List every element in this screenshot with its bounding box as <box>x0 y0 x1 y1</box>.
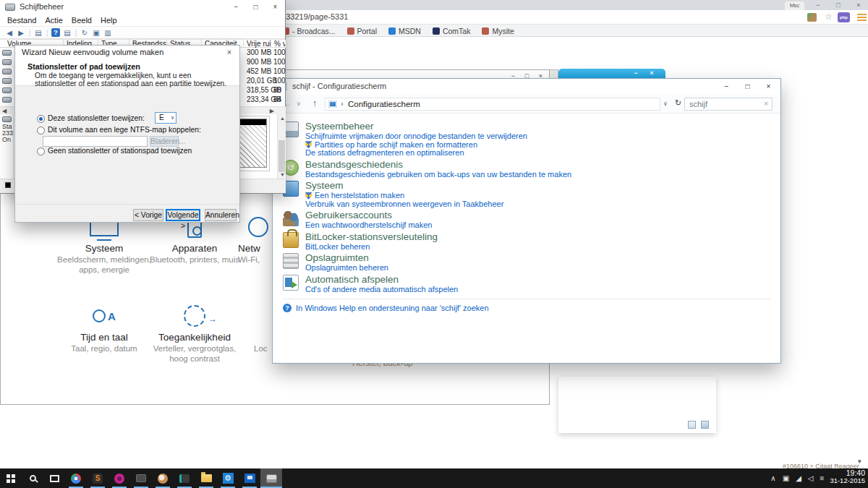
wizard-close-button[interactable]: × <box>219 46 239 59</box>
hidden-icons-chevron[interactable]: ∧ <box>770 474 775 482</box>
cp-result-link[interactable]: BitLocker beheren <box>305 243 770 252</box>
next-button[interactable]: Volgende > <box>166 209 200 221</box>
console-tree-icon[interactable]: ▤ <box>34 29 43 37</box>
browser-maximize-button[interactable]: □ <box>830 1 846 9</box>
grid-view-icon[interactable] <box>701 421 709 429</box>
cp-minimize-button[interactable]: − <box>716 79 737 94</box>
help-icon[interactable]: ? <box>51 28 60 37</box>
start-button[interactable] <box>0 468 22 488</box>
cp-result-link[interactable]: De stations defragmenteren en optimalise… <box>305 149 770 158</box>
scroll-up-icon[interactable]: ▲ <box>280 116 285 121</box>
search-input[interactable]: schijf × <box>684 98 773 111</box>
task-view-button[interactable] <box>43 468 65 488</box>
file-explorer-icon[interactable] <box>195 468 217 488</box>
cp-result-title[interactable]: Automatisch afspelen <box>305 274 770 285</box>
cp-result-link[interactable]: Verbruik van systeembronnen weergeven in… <box>305 200 770 209</box>
cp-result-link[interactable]: Een herstelstation maken <box>305 192 770 200</box>
browser-tab[interactable]: Msc <box>785 1 804 10</box>
details-view-icon[interactable]: ▤ <box>63 29 72 37</box>
disk-view-icon[interactable]: ▥ <box>103 29 112 37</box>
menu-help[interactable]: Help <box>96 16 122 25</box>
scroll-right-icon[interactable]: ▶ <box>270 108 274 114</box>
radio-mount-folder[interactable] <box>37 127 45 134</box>
up-arrow-icon[interactable]: ↑ <box>312 98 317 108</box>
scroll-down-icon[interactable]: ▼ <box>280 172 285 177</box>
cp-result-link[interactable]: Schijfruimte vrijmaken door onnodige bes… <box>305 132 770 141</box>
breadcrumb-text[interactable]: Configuratiescherm <box>348 100 420 108</box>
back-icon[interactable]: ◀ <box>5 29 14 37</box>
forum-caret-icon[interactable]: ▾ <box>858 458 861 465</box>
bookmark-item[interactable]: MSDN <box>388 27 421 35</box>
cp-result-link[interactable]: Cd's of andere media automatisch afspele… <box>305 286 770 294</box>
control-panel-titlebar[interactable]: schijf - Configuratiescherm − □ × <box>273 79 780 95</box>
mount-path-input[interactable] <box>43 136 148 147</box>
cp-result-link[interactable]: Bestandsgeschiedenis gebruiken om back-u… <box>305 171 770 179</box>
address-breadcrumb[interactable]: › Configuratiescherm <box>325 98 660 111</box>
browse-button[interactable]: Bladeren... <box>150 136 179 147</box>
network-icon[interactable]: ◢ <box>796 474 801 482</box>
menu-beeld[interactable]: Beeld <box>67 16 96 25</box>
clear-search-icon[interactable]: × <box>764 100 768 108</box>
back-button[interactable]: < Vorige <box>133 209 163 221</box>
settings-icon[interactable]: ⚙ <box>217 468 239 488</box>
cp-result-title[interactable]: Opslagruimten <box>305 252 770 263</box>
bookmark-item[interactable]: - Broadcas... <box>282 27 336 35</box>
refresh-icon[interactable]: ↻ <box>675 98 681 108</box>
bookmark-item[interactable]: Portal <box>347 27 377 35</box>
dm-minimize-button[interactable]: − <box>226 0 246 14</box>
cp-result-title[interactable]: Bestandsgeschiedenis <box>305 159 770 170</box>
refresh-icon[interactable]: ↻ <box>80 29 89 37</box>
browser-minimize-button[interactable]: − <box>810 1 826 9</box>
disk-management-titlebar[interactable]: Schijfbeheer − □ × <box>0 0 285 14</box>
radio-assign-letter[interactable] <box>37 115 45 123</box>
column-percent-vrij[interactable]: % v <box>271 40 286 48</box>
list-view-icon[interactable] <box>688 421 696 429</box>
scrollbar-thumb[interactable] <box>278 140 285 172</box>
legacy-minimize-button[interactable]: − <box>631 69 641 77</box>
menu-bestand[interactable]: Bestand <box>3 16 41 25</box>
chrome-icon[interactable] <box>65 468 87 488</box>
help-search-link[interactable]: ? In Windows Help en ondersteuning naar … <box>283 304 770 312</box>
radio-no-letter-label[interactable]: Geen stationsletter of stationspad toewi… <box>48 147 192 155</box>
cp-result-title[interactable]: Systeembeheer <box>305 121 770 132</box>
cp-result-link[interactable]: Een wachtwoordherstelschijf maken <box>305 221 770 230</box>
radio-mount-folder-label[interactable]: Dit volume aan een lege NTFS-map koppele… <box>48 126 201 134</box>
cp-close-button[interactable]: × <box>758 79 779 94</box>
browser-close-button[interactable]: × <box>851 1 867 9</box>
vertical-scrollbar[interactable]: ▲ ▼ <box>277 114 286 179</box>
forward-icon[interactable]: ▶ <box>17 29 25 37</box>
help-link-text[interactable]: In Windows Help en ondersteuning naar 's… <box>296 304 489 312</box>
properties-icon[interactable]: ▣ <box>92 29 101 37</box>
action-center-icon[interactable]: ≡ <box>820 474 825 482</box>
cp-result-title[interactable]: Gebruikersaccounts <box>305 210 770 221</box>
dm-maximize-button[interactable]: □ <box>246 0 265 14</box>
bookmark-item[interactable]: Mysite <box>482 27 514 35</box>
movies-app-icon[interactable] <box>239 468 260 488</box>
bookmark-star-icon[interactable]: ☆ <box>825 12 833 22</box>
cp-maximize-button[interactable]: □ <box>737 79 758 94</box>
drive-letter-select[interactable]: E ∨ <box>155 112 176 124</box>
paint-app-icon[interactable] <box>152 468 174 488</box>
camera-app-icon[interactable] <box>130 468 152 488</box>
address-dropdown-icon[interactable]: ∨ <box>663 100 668 107</box>
disk-management-icon[interactable] <box>260 468 282 488</box>
settings-tile[interactable]: Tijd en taalTaal, regio, datum <box>57 301 151 354</box>
wallet-app-icon[interactable] <box>174 468 195 488</box>
cancel-button[interactable]: Annuleren <box>205 209 237 221</box>
volume-block[interactable] <box>239 119 267 168</box>
url-text[interactable]: .233219/page-5331 <box>279 12 348 21</box>
tray-app-icon[interactable]: ▣ <box>783 474 789 482</box>
media-app-icon[interactable] <box>109 468 130 488</box>
taskbar-clock[interactable]: 19:40 31-12-2015 <box>830 468 868 488</box>
legacy-close-button[interactable]: × <box>647 69 657 77</box>
radio-no-letter[interactable] <box>37 147 45 155</box>
cp-result-title[interactable]: Systeem <box>305 180 770 191</box>
scroll-left-icon[interactable]: ◀ <box>2 108 7 114</box>
bookmark-item[interactable]: ComTak <box>433 27 471 35</box>
cp-result-title[interactable]: BitLocker-stationsversleuteling <box>305 231 770 242</box>
settings-tile[interactable]: ToegankelijkheidVerteller, vergrootglas,… <box>148 301 242 364</box>
wizard-titlebar[interactable]: Wizard Nieuw eenvoudig volume maken × <box>15 46 239 60</box>
history-dropdown-icon[interactable]: ∨ <box>297 100 301 107</box>
menu-actie[interactable]: Actie <box>41 16 67 25</box>
cp-result-link[interactable]: Opslagruimten beheren <box>305 264 770 273</box>
